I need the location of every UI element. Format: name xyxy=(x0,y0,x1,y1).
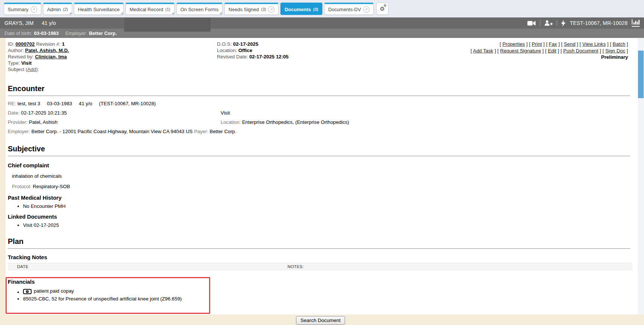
payer-label: Payer: xyxy=(194,128,208,135)
divider xyxy=(8,248,630,249)
tab-documents-dv[interactable]: Documents-DV ↗ xyxy=(324,3,374,15)
print-link[interactable]: Print xyxy=(532,41,542,47)
video-camera-icon[interactable] xyxy=(527,20,536,26)
search-document-button[interactable]: Search Document xyxy=(296,316,345,325)
revision-label: Revision #: xyxy=(36,41,61,47)
add-task-link[interactable]: Add Task xyxy=(473,48,493,54)
tab-summary[interactable]: Summary ↗ xyxy=(4,3,41,15)
push-document-link[interactable]: Push Document xyxy=(563,48,599,54)
re-dob: 03-03-1983 xyxy=(47,100,72,107)
dob-label: Date of birth: xyxy=(4,30,32,36)
document-header: ID: 0000702 Revision #: 1 Author: Patel,… xyxy=(8,41,632,73)
revision-value: 1 xyxy=(62,41,65,47)
fax-link[interactable]: Fax xyxy=(549,41,557,47)
dos-label: D.O.S: xyxy=(217,41,232,47)
tab-label: On Screen Forms xyxy=(180,7,219,12)
encounter-provider-row: Provider: Patel, Ashish Location: Enterp… xyxy=(8,119,632,126)
pmh-list: No Encounter PMH xyxy=(23,203,632,209)
money-icon: 0 xyxy=(23,289,32,294)
send-link[interactable]: Send xyxy=(564,41,575,47)
document-actions: PropertiesPrintFaxSendView LinksBatch Ad… xyxy=(471,41,632,73)
tab-on-screen-forms[interactable]: On Screen Forms xyxy=(176,3,223,15)
encounter-employer-label: Employer: xyxy=(8,128,30,135)
lightning-icon[interactable] xyxy=(561,20,566,26)
tab-label: Summary xyxy=(8,7,29,12)
tab-needs-signed[interactable]: Needs Signed (3) ↗ xyxy=(224,3,279,15)
tab-label: Documents xyxy=(284,7,311,12)
provider-value: Patel, Ashish xyxy=(29,119,58,125)
dob-value: 03-03-1983 xyxy=(34,30,59,36)
svg-text:0: 0 xyxy=(27,290,28,293)
list-item: Visit 02-17-2025 xyxy=(23,222,632,228)
subject-add-link[interactable]: Add xyxy=(27,67,36,72)
scrollbar-thumb[interactable] xyxy=(638,51,644,98)
document-actions-row2: Add TaskRequest SignatureEditPush Docume… xyxy=(471,48,628,54)
gear-small-icon: ⚙ xyxy=(384,4,387,7)
properties-link[interactable]: Properties xyxy=(502,41,525,47)
financial-item-text: 85025-CBC, 52 for Presence of unspecifie… xyxy=(23,296,182,302)
view-links-link[interactable]: View Links xyxy=(582,41,606,47)
date-column-header: DATE xyxy=(8,264,287,269)
tab-medical-record[interactable]: Medical Record (1) xyxy=(126,3,175,15)
date-value: 02-17-2025 10:21:35 xyxy=(21,110,67,116)
financials-heading: Financials xyxy=(8,279,632,285)
bar-chart-icon[interactable] xyxy=(632,19,640,27)
batch-link[interactable]: Batch xyxy=(613,41,625,47)
linked-documents-list: Visit 02-17-2025 xyxy=(23,222,632,228)
tab-documents[interactable]: Documents (3) xyxy=(280,3,322,15)
re-label: RE: xyxy=(8,100,16,107)
tab-health-surveillance[interactable]: Health Surveillance xyxy=(74,3,124,15)
id-label: ID: xyxy=(8,41,14,47)
patient-photo-placeholder xyxy=(124,17,211,32)
author-link[interactable]: Patel, Ashish, M.D. xyxy=(25,48,69,53)
tab-count: (1) xyxy=(165,7,170,12)
linked-documents-heading: Linked Documents xyxy=(8,214,632,220)
plan-heading: Plan xyxy=(8,237,632,246)
type-value: Visit xyxy=(21,60,32,66)
encounter-location-label: Location: xyxy=(221,119,241,125)
divider xyxy=(540,20,540,26)
patient-subheader-bar: Date of birth: 03-03-1983 Employer: Bett… xyxy=(0,29,644,38)
sign-doc-link[interactable]: Sign Doc xyxy=(605,48,625,54)
encounter-employer-value: Better Corp. - 12001 Pacific Coast Highw… xyxy=(32,128,193,135)
payer-value: Better Corp. xyxy=(210,128,237,135)
tab-count: (3) xyxy=(261,7,266,12)
edit-link[interactable]: Edit xyxy=(548,48,556,54)
chief-complaint-text: inhalation of chemicals xyxy=(12,173,632,179)
patient-age: 41 y/o xyxy=(42,20,56,26)
location-label: Location: xyxy=(217,48,237,53)
notes-column-header: NOTES: xyxy=(287,264,632,269)
request-signature-link[interactable]: Request Signature xyxy=(500,48,541,54)
encounter-re-row: RE: test, test 3 03-03-1983 41 y/o (TEST… xyxy=(8,100,632,107)
provider-label: Provider: xyxy=(8,119,27,125)
divider xyxy=(8,96,630,96)
patient-bar-actions: TEST-10067, MR-10028 xyxy=(527,17,640,29)
vertical-scrollbar[interactable] xyxy=(638,38,644,315)
tab-label: Needs Signed xyxy=(228,7,259,12)
open-in-new-icon[interactable]: ↗ xyxy=(363,6,370,13)
document-actions-row1: PropertiesPrintFaxSendView LinksBatch xyxy=(471,41,628,48)
document-panel: ID: 0000702 Revision #: 1 Author: Patel,… xyxy=(6,38,638,315)
open-in-new-icon[interactable]: ↗ xyxy=(31,6,37,13)
list-item: 85025-CBC, 52 for Presence of unspecifie… xyxy=(23,296,632,302)
patient-name: GRAYS, JIM xyxy=(4,20,33,26)
re-name: test, test 3 xyxy=(17,100,40,107)
pmh-heading: Past Medical History xyxy=(8,195,632,201)
type-label: Type: xyxy=(8,60,20,66)
tab-label: Health Surveillance xyxy=(78,7,120,12)
revised-by-link[interactable]: Clinician, Ima xyxy=(35,54,67,59)
financials-list: 0 patient paid copay 85025-CBC, 52 for P… xyxy=(23,288,632,302)
encounter-date-row: Date: 02-17-2025 10:21:35 Visit xyxy=(8,110,632,116)
add-person-icon[interactable] xyxy=(544,20,553,26)
encounter-heading: Encounter xyxy=(8,84,632,93)
document-id-link[interactable]: 0000702 xyxy=(16,41,35,47)
tracking-notes-header-row: DATE NOTES: xyxy=(8,263,632,270)
author-label: Author: xyxy=(8,48,24,53)
open-in-new-icon[interactable]: ↗ xyxy=(268,6,274,13)
tab-admin[interactable]: Admin (2) xyxy=(43,3,72,15)
revised-date-value: 02-17-2025 12:05 xyxy=(249,54,289,59)
tab-count: (2) xyxy=(63,7,68,12)
patient-record-ids: TEST-10067, MR-10028 xyxy=(570,20,628,26)
protocol-row: Protocol: Respiratory-SOB xyxy=(12,184,632,189)
settings-button[interactable]: ⚙ ⚙ xyxy=(376,3,388,15)
